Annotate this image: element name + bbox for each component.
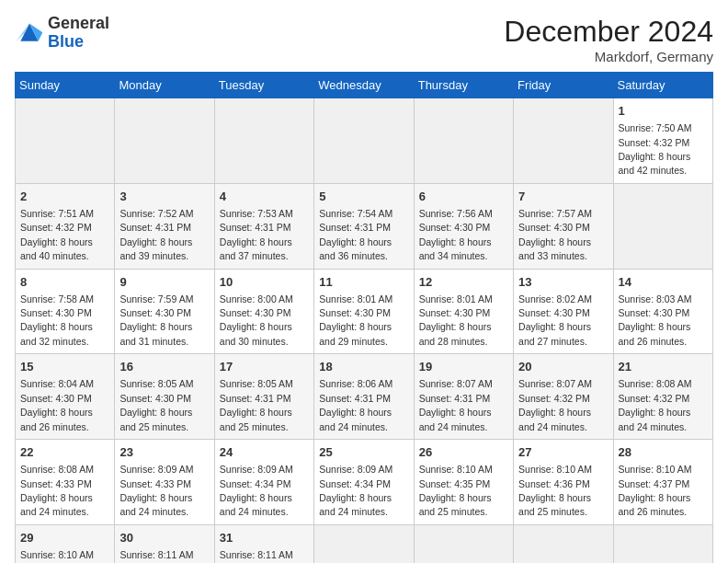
day-info: Sunrise: 7:50 AMSunset: 4:32 PMDaylight:… <box>619 122 692 176</box>
calendar-week-4: 22Sunrise: 8:08 AMSunset: 4:33 PMDayligh… <box>16 440 713 525</box>
calendar-cell: 4Sunrise: 7:53 AMSunset: 4:31 PMDaylight… <box>214 183 313 269</box>
calendar-cell: 19Sunrise: 8:07 AMSunset: 4:31 PMDayligh… <box>414 354 513 440</box>
calendar-cell <box>414 98 513 184</box>
calendar-cell: 20Sunrise: 8:07 AMSunset: 4:32 PMDayligh… <box>514 354 613 440</box>
calendar-cell: 10Sunrise: 8:00 AMSunset: 4:30 PMDayligh… <box>214 269 313 354</box>
day-number: 25 <box>319 444 408 461</box>
logo-text: General Blue <box>48 15 109 52</box>
calendar-cell: 7Sunrise: 7:57 AMSunset: 4:30 PMDaylight… <box>514 183 613 269</box>
day-number: 5 <box>319 189 408 205</box>
calendar-cell <box>314 98 414 184</box>
calendar-cell: 26Sunrise: 8:10 AMSunset: 4:35 PMDayligh… <box>414 440 513 525</box>
calendar-cell <box>514 98 613 184</box>
calendar-cell: 16Sunrise: 8:05 AMSunset: 4:30 PMDayligh… <box>115 354 214 440</box>
header-monday: Monday <box>115 73 214 98</box>
calendar-cell: 3Sunrise: 7:52 AMSunset: 4:31 PMDaylight… <box>115 183 214 269</box>
calendar-cell: 22Sunrise: 8:08 AMSunset: 4:33 PMDayligh… <box>16 440 115 525</box>
calendar-cell <box>214 98 313 184</box>
day-info: Sunrise: 8:03 AMSunset: 4:30 PMDaylight:… <box>619 293 692 347</box>
day-info: Sunrise: 8:05 AMSunset: 4:31 PMDaylight:… <box>220 378 293 431</box>
day-info: Sunrise: 7:58 AMSunset: 4:30 PMDaylight:… <box>20 293 94 347</box>
day-info: Sunrise: 8:10 AMSunset: 4:37 PMDaylight:… <box>20 549 94 563</box>
day-number: 14 <box>619 274 708 291</box>
day-number: 11 <box>319 274 408 291</box>
day-info: Sunrise: 8:09 AMSunset: 4:34 PMDaylight:… <box>319 464 392 517</box>
day-number: 6 <box>419 189 508 205</box>
header-thursday: Thursday <box>414 73 513 98</box>
calendar: SundayMondayTuesdayWednesdayThursdayFrid… <box>15 72 713 563</box>
location: Markdorf, Germany <box>504 49 713 64</box>
calendar-week-5: 29Sunrise: 8:10 AMSunset: 4:37 PMDayligh… <box>16 524 713 563</box>
day-info: Sunrise: 8:07 AMSunset: 4:32 PMDaylight:… <box>518 378 592 431</box>
calendar-cell <box>16 98 115 184</box>
day-info: Sunrise: 7:57 AMSunset: 4:30 PMDaylight:… <box>518 208 592 261</box>
calendar-cell: 23Sunrise: 8:09 AMSunset: 4:33 PMDayligh… <box>115 440 214 525</box>
day-number: 27 <box>518 444 608 461</box>
day-number: 1 <box>619 103 708 120</box>
logo-general: General <box>48 14 109 32</box>
calendar-cell: 15Sunrise: 8:04 AMSunset: 4:30 PMDayligh… <box>16 354 115 440</box>
day-info: Sunrise: 8:11 AMSunset: 4:39 PMDaylight:… <box>220 549 293 563</box>
calendar-cell: 25Sunrise: 8:09 AMSunset: 4:34 PMDayligh… <box>314 440 414 525</box>
calendar-cell: 31Sunrise: 8:11 AMSunset: 4:39 PMDayligh… <box>214 524 313 563</box>
logo: General Blue <box>15 15 109 52</box>
day-info: Sunrise: 8:09 AMSunset: 4:33 PMDaylight:… <box>119 464 193 517</box>
day-info: Sunrise: 8:01 AMSunset: 4:30 PMDaylight:… <box>419 293 493 347</box>
day-info: Sunrise: 8:11 AMSunset: 4:38 PMDaylight:… <box>119 549 193 563</box>
calendar-cell: 13Sunrise: 8:02 AMSunset: 4:30 PMDayligh… <box>514 269 613 354</box>
calendar-cell: 2Sunrise: 7:51 AMSunset: 4:32 PMDaylight… <box>16 183 115 269</box>
calendar-cell: 18Sunrise: 8:06 AMSunset: 4:31 PMDayligh… <box>314 354 414 440</box>
day-number: 13 <box>518 274 608 291</box>
calendar-cell: 1Sunrise: 7:50 AMSunset: 4:32 PMDaylight… <box>613 98 712 184</box>
day-info: Sunrise: 8:00 AMSunset: 4:30 PMDaylight:… <box>220 293 293 347</box>
calendar-cell: 21Sunrise: 8:08 AMSunset: 4:32 PMDayligh… <box>613 354 712 440</box>
header-friday: Friday <box>514 73 613 98</box>
day-number: 26 <box>419 444 508 461</box>
calendar-week-1: 2Sunrise: 7:51 AMSunset: 4:32 PMDaylight… <box>16 183 713 269</box>
day-info: Sunrise: 8:06 AMSunset: 4:31 PMDaylight:… <box>319 378 392 431</box>
day-info: Sunrise: 8:10 AMSunset: 4:36 PMDaylight:… <box>518 464 592 517</box>
day-info: Sunrise: 7:51 AMSunset: 4:32 PMDaylight:… <box>20 208 94 261</box>
day-number: 22 <box>20 444 109 461</box>
day-number: 15 <box>20 359 109 375</box>
day-info: Sunrise: 7:56 AMSunset: 4:30 PMDaylight:… <box>419 208 493 261</box>
day-number: 16 <box>119 359 209 375</box>
day-number: 23 <box>119 444 209 461</box>
header-wednesday: Wednesday <box>314 73 414 98</box>
calendar-cell: 11Sunrise: 8:01 AMSunset: 4:30 PMDayligh… <box>314 269 414 354</box>
calendar-cell <box>613 183 712 269</box>
header-saturday: Saturday <box>613 73 712 98</box>
day-info: Sunrise: 7:59 AMSunset: 4:30 PMDaylight:… <box>119 293 193 347</box>
day-info: Sunrise: 8:10 AMSunset: 4:37 PMDaylight:… <box>619 464 692 517</box>
day-number: 30 <box>119 530 209 546</box>
day-number: 28 <box>619 444 708 461</box>
day-info: Sunrise: 7:54 AMSunset: 4:31 PMDaylight:… <box>319 208 392 261</box>
day-info: Sunrise: 7:52 AMSunset: 4:31 PMDaylight:… <box>119 208 193 261</box>
page-header: General Blue December 2024 Markdorf, Ger… <box>15 15 713 64</box>
calendar-week-2: 8Sunrise: 7:58 AMSunset: 4:30 PMDaylight… <box>16 269 713 354</box>
calendar-cell: 12Sunrise: 8:01 AMSunset: 4:30 PMDayligh… <box>414 269 513 354</box>
day-number: 9 <box>119 274 209 291</box>
calendar-cell: 9Sunrise: 7:59 AMSunset: 4:30 PMDaylight… <box>115 269 214 354</box>
calendar-cell <box>514 524 613 563</box>
day-number: 10 <box>220 274 309 291</box>
day-info: Sunrise: 8:08 AMSunset: 4:32 PMDaylight:… <box>619 378 692 431</box>
day-number: 20 <box>518 359 608 375</box>
title-block: December 2024 Markdorf, Germany <box>504 15 713 64</box>
calendar-cell: 6Sunrise: 7:56 AMSunset: 4:30 PMDaylight… <box>414 183 513 269</box>
calendar-cell: 24Sunrise: 8:09 AMSunset: 4:34 PMDayligh… <box>214 440 313 525</box>
calendar-cell: 28Sunrise: 8:10 AMSunset: 4:37 PMDayligh… <box>613 440 712 525</box>
calendar-cell <box>314 524 414 563</box>
day-number: 18 <box>319 359 408 375</box>
calendar-cell: 27Sunrise: 8:10 AMSunset: 4:36 PMDayligh… <box>514 440 613 525</box>
day-number: 24 <box>220 444 309 461</box>
day-number: 3 <box>119 189 209 205</box>
day-info: Sunrise: 8:01 AMSunset: 4:30 PMDaylight:… <box>319 293 392 347</box>
logo-blue: Blue <box>48 32 84 51</box>
day-number: 29 <box>20 530 109 546</box>
day-number: 2 <box>20 189 109 205</box>
day-info: Sunrise: 7:53 AMSunset: 4:31 PMDaylight:… <box>220 208 293 261</box>
month-title: December 2024 <box>504 15 713 49</box>
header-tuesday: Tuesday <box>214 73 313 98</box>
day-info: Sunrise: 8:10 AMSunset: 4:35 PMDaylight:… <box>419 464 493 517</box>
